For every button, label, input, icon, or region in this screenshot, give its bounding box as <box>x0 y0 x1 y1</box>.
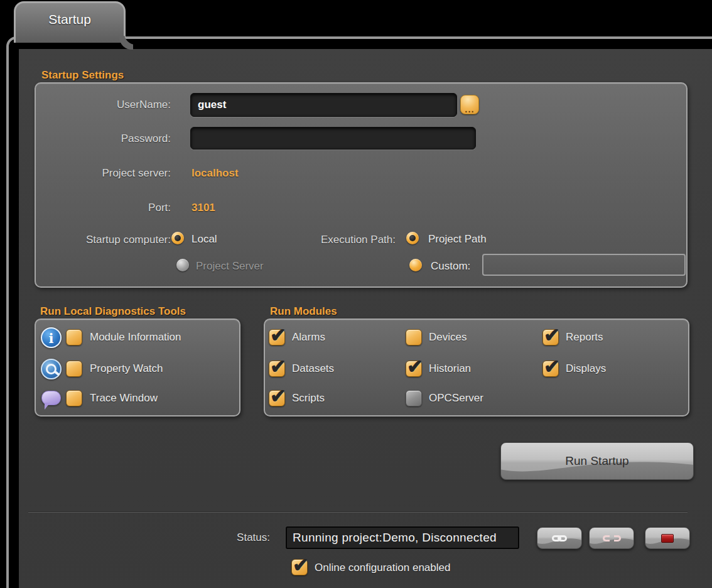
historian-label: Historian <box>429 362 471 375</box>
ellipsis-icon: ... <box>465 104 475 114</box>
stop-icon-wrap <box>645 528 689 548</box>
scripts-checkbox[interactable] <box>269 390 285 406</box>
modules-title: Run Modules <box>270 305 337 318</box>
startup-settings-title: Startup Settings <box>41 69 124 82</box>
divider <box>28 511 688 512</box>
radio-project-server-label: Project Server <box>196 260 264 273</box>
devices-checkbox[interactable] <box>406 329 422 346</box>
radio-custom-label: Custom: <box>431 260 470 273</box>
tab-startup-label: Startup <box>48 12 91 26</box>
startup-screen: Startup Startup Settings UserName: ... P… <box>0 0 712 588</box>
property-watch-icon <box>41 359 62 379</box>
alarms-label: Alarms <box>292 331 325 344</box>
opcserver-label: OPCServer <box>429 392 483 405</box>
tab-startup[interactable]: Startup <box>14 1 126 43</box>
datasets-checkbox[interactable] <box>269 361 285 377</box>
devices-label: Devices <box>429 331 467 344</box>
diagnostics-title: Run Local Diagnostics Tools <box>40 305 186 318</box>
connect-button[interactable] <box>537 527 582 549</box>
online-config-checkbox[interactable] <box>291 559 308 575</box>
online-config-label: Online configuration enabled <box>315 562 450 574</box>
radio-project-server[interactable] <box>176 259 189 271</box>
displays-label: Displays <box>566 362 606 375</box>
run-startup-label: Run Startup <box>501 443 693 479</box>
status-label: Status: <box>201 531 270 544</box>
historian-checkbox[interactable] <box>406 361 422 377</box>
module-information-checkbox[interactable] <box>66 329 82 346</box>
browse-user-button[interactable]: ... <box>460 95 479 114</box>
status-input[interactable] <box>286 526 519 549</box>
chain-link-icon <box>537 528 581 548</box>
project-server-label: Project server: <box>50 167 171 180</box>
run-startup-button[interactable]: Run Startup <box>500 442 694 480</box>
disconnect-button[interactable] <box>589 527 634 549</box>
execution-path-label: Execution Path: <box>289 234 396 246</box>
port-label: Port: <box>50 202 171 214</box>
property-watch-label: Property Watch <box>90 362 163 375</box>
port-value: 3101 <box>191 202 215 214</box>
trace-window-label: Trace Window <box>90 392 158 405</box>
info-icon <box>41 327 62 348</box>
radio-custom[interactable] <box>409 259 422 271</box>
username-label: UserName: <box>50 99 171 111</box>
radio-project-path-label: Project Path <box>428 233 487 246</box>
radio-local[interactable] <box>171 232 184 244</box>
startup-computer-label: Startup computer: <box>50 234 171 246</box>
opcserver-checkbox[interactable] <box>406 390 422 406</box>
username-input[interactable] <box>190 93 457 117</box>
broken-chain-icon <box>590 528 634 548</box>
trace-window-icon <box>41 391 61 405</box>
module-information-label: Module Information <box>90 331 181 344</box>
reports-label: Reports <box>566 331 603 344</box>
scripts-label: Scripts <box>292 392 325 405</box>
alarms-checkbox[interactable] <box>269 329 285 346</box>
password-input[interactable] <box>190 127 476 150</box>
radio-project-path[interactable] <box>406 232 419 244</box>
password-label: Password: <box>50 133 171 145</box>
radio-local-label: Local <box>191 233 217 246</box>
project-server-value: localhost <box>191 167 239 180</box>
displays-checkbox[interactable] <box>542 361 559 377</box>
stop-icon <box>661 534 674 543</box>
stop-button[interactable] <box>645 527 690 549</box>
datasets-label: Datasets <box>292 362 334 375</box>
reports-checkbox[interactable] <box>542 329 559 346</box>
property-watch-checkbox[interactable] <box>66 361 82 377</box>
custom-path-input[interactable] <box>482 254 686 276</box>
trace-window-checkbox[interactable] <box>66 390 82 406</box>
